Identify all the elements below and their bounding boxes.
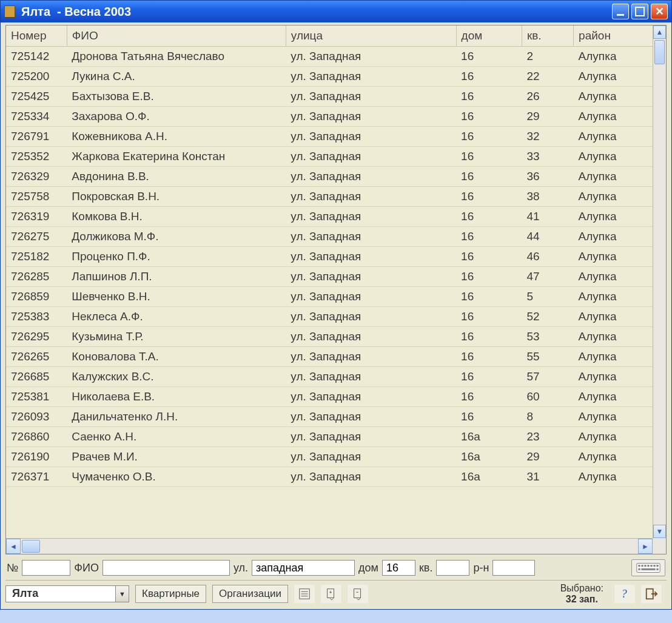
table-row[interactable]: 726295Кузьмина Т.Р.ул. Западная1653Алупк… (6, 327, 653, 347)
table-row[interactable]: 725383Неклеса А.Ф.ул. Западная1652Алупка (6, 307, 653, 327)
table-row[interactable]: 725352Жаркова Екатерина Констанул. Запад… (6, 147, 653, 167)
cell-district: Алупка (574, 447, 653, 467)
cell-apt: 44 (522, 227, 573, 247)
cell-house: 16а (456, 467, 522, 487)
file-minus-icon (351, 587, 365, 601)
cell-num: 726791 (6, 127, 67, 147)
scroll-right-button[interactable]: ► (638, 539, 653, 554)
search-fio-input[interactable] (102, 560, 230, 576)
cell-num: 725381 (6, 387, 67, 407)
cell-house: 16 (456, 87, 522, 107)
organizacii-button[interactable]: Организации (212, 585, 288, 603)
cell-district: Алупка (574, 367, 653, 387)
app-window: Ялта - Весна 2003 ✕ Номер ФИО улица дом … (0, 0, 672, 610)
table-row[interactable]: 725425Бахтызова Е.В.ул. Западная1626Алуп… (6, 87, 653, 107)
maximize-button[interactable] (631, 4, 648, 19)
table-row[interactable]: 725142Дронова Татьяна Вячеславоул. Запад… (6, 47, 653, 67)
scroll-left-button[interactable]: ◄ (6, 539, 21, 554)
scroll-thumb[interactable] (654, 40, 665, 64)
help-button[interactable]: ? (614, 585, 635, 603)
col-house[interactable]: дом (456, 25, 522, 47)
cell-street: ул. Западная (286, 427, 456, 447)
col-number[interactable]: Номер (6, 25, 67, 47)
col-fio[interactable]: ФИО (67, 25, 286, 47)
minimize-button[interactable] (612, 4, 629, 19)
scroll-down-button[interactable]: ▼ (653, 525, 666, 538)
cell-district: Алупка (574, 167, 653, 187)
table-row[interactable]: 726685Калужских В.С.ул. Западная1657Алуп… (6, 367, 653, 387)
table-row[interactable]: 726791Кожевникова А.Н.ул. Западная1632Ал… (6, 127, 653, 147)
chevron-down-icon[interactable]: ▼ (115, 586, 129, 602)
data-grid[interactable]: Номер ФИО улица дом кв. район 725142Дрон… (6, 25, 653, 538)
col-street[interactable]: улица (286, 25, 456, 47)
table-row[interactable]: 725334Захарова О.Ф.ул. Западная1629Алупк… (6, 107, 653, 127)
cell-num: 726285 (6, 267, 67, 287)
cell-house: 16 (456, 47, 522, 67)
cell-apt: 31 (522, 467, 573, 487)
horizontal-scrollbar[interactable]: ◄ ► (6, 538, 653, 554)
cell-street: ул. Западная (286, 107, 456, 127)
search-num-label: № (7, 562, 18, 574)
cell-num: 725352 (6, 147, 67, 167)
svg-rect-15 (327, 588, 334, 598)
cell-num: 725383 (6, 307, 67, 327)
cell-num: 725182 (6, 247, 67, 267)
table-row[interactable]: 726275Должикова М.Ф.ул. Западная1644Алуп… (6, 227, 653, 247)
cell-street: ул. Западная (286, 67, 456, 87)
table-row[interactable]: 726265Коновалова Т.А.ул. Западная1655Алу… (6, 347, 653, 367)
cell-street: ул. Западная (286, 47, 456, 67)
svg-rect-1 (638, 565, 640, 567)
vertical-scrollbar[interactable]: ▲ ▼ (653, 25, 666, 538)
hscroll-thumb[interactable] (22, 540, 40, 553)
cell-district: Алупка (574, 247, 653, 267)
file-plus-icon (324, 587, 338, 601)
cell-house: 16 (456, 127, 522, 147)
table-row[interactable]: 726859Шевченко В.Н.ул. Западная165Алупка (6, 287, 653, 307)
cell-district: Алупка (574, 67, 653, 87)
cell-fio: Комкова В.Н. (67, 207, 286, 227)
search-row: № ФИО ул. дом кв. р-н (5, 557, 667, 579)
close-button[interactable]: ✕ (651, 4, 668, 19)
titlebar[interactable]: Ялта - Весна 2003 ✕ (1, 1, 671, 22)
table-row[interactable]: 726285Лапшинов Л.П.ул. Западная1647Алупк… (6, 267, 653, 287)
search-house-input[interactable] (382, 560, 415, 576)
city-combobox[interactable]: Ялта ▼ (5, 585, 129, 602)
svg-rect-4 (647, 565, 649, 567)
table-row[interactable]: 726190Рвачев М.И.ул. Западная16а29Алупка (6, 447, 653, 467)
cell-apt: 53 (522, 327, 573, 347)
cell-district: Алупка (574, 187, 653, 207)
table-row[interactable]: 725182Проценко П.Ф.ул. Западная1646Алупк… (6, 247, 653, 267)
table-row[interactable]: 726860Саенко А.Н.ул. Западная16а23Алупка (6, 427, 653, 447)
virtual-keyboard-button[interactable] (631, 559, 665, 576)
cell-house: 16 (456, 207, 522, 227)
col-apt[interactable]: кв. (522, 25, 573, 47)
cell-district: Алупка (574, 107, 653, 127)
table-row[interactable]: 726371Чумаченко О.В.ул. Западная16а31Алу… (6, 467, 653, 487)
search-street-input[interactable] (252, 560, 355, 576)
scroll-up-button[interactable]: ▲ (653, 25, 666, 39)
cell-apt: 22 (522, 67, 573, 87)
window-title: Ялта - Весна 2003 (21, 5, 612, 19)
cell-house: 16 (456, 107, 522, 127)
exit-button[interactable] (641, 585, 662, 603)
table-row[interactable]: 726093Данильчатенко Л.Н.ул. Западная168А… (6, 407, 653, 427)
table-row[interactable]: 726329Авдонина В.В.ул. Западная1636Алупк… (6, 167, 653, 187)
table-row[interactable]: 725381Николаева Е.В.ул. Западная1660Алуп… (6, 387, 653, 407)
list-button[interactable] (294, 585, 315, 603)
kvartirnye-button[interactable]: Квартирные (135, 585, 206, 603)
table-row[interactable]: 725200Лукина С.А.ул. Западная1622Алупка (6, 67, 653, 87)
search-apt-input[interactable] (436, 560, 469, 576)
search-district-input[interactable] (492, 560, 535, 576)
cell-street: ул. Западная (286, 227, 456, 247)
cell-num: 726275 (6, 227, 67, 247)
cell-street: ул. Западная (286, 327, 456, 347)
table-row[interactable]: 725758Покровская В.Н.ул. Западная1638Алу… (6, 187, 653, 207)
scroll-track[interactable] (653, 39, 666, 525)
export-add-button[interactable] (321, 585, 341, 603)
list-icon (298, 587, 311, 601)
table-row[interactable]: 726319Комкова В.Н.ул. Западная1641Алупка (6, 207, 653, 227)
search-num-input[interactable] (22, 560, 70, 576)
col-district[interactable]: район (574, 25, 653, 47)
export-remove-button[interactable] (348, 585, 368, 603)
hscroll-track[interactable] (21, 539, 638, 554)
